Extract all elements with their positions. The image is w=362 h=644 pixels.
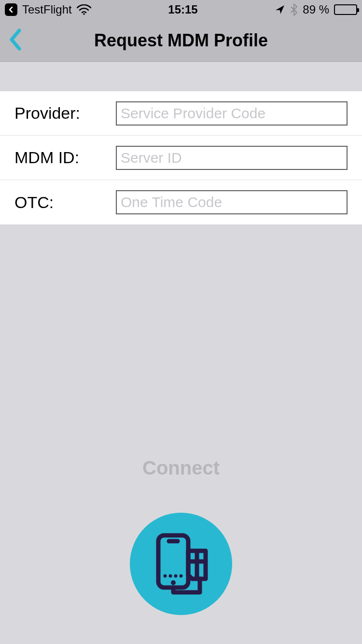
bluetooth-icon bbox=[290, 3, 298, 16]
otc-input[interactable] bbox=[116, 190, 348, 214]
svg-point-4 bbox=[164, 574, 167, 578]
svg-point-6 bbox=[174, 574, 178, 578]
form-group: Provider: MDM ID: OTC: bbox=[0, 91, 362, 225]
return-to-app-badge[interactable] bbox=[5, 3, 17, 16]
status-bar-right: 89 % bbox=[275, 3, 357, 16]
svg-point-5 bbox=[169, 574, 172, 578]
provider-input[interactable] bbox=[116, 101, 348, 126]
location-icon bbox=[275, 4, 285, 15]
connect-area: Connect bbox=[0, 457, 362, 644]
connect-button[interactable] bbox=[130, 513, 232, 615]
svg-point-3 bbox=[171, 580, 176, 585]
status-bar-time: 15:15 bbox=[168, 3, 197, 16]
row-provider: Provider: bbox=[0, 91, 362, 136]
status-bar: TestFlight 15:15 89 % bbox=[0, 0, 362, 19]
return-to-app-label[interactable]: TestFlight bbox=[22, 3, 72, 16]
section-spacer bbox=[0, 62, 362, 91]
battery-icon bbox=[334, 4, 357, 15]
row-otc: OTC: bbox=[0, 180, 362, 224]
connect-label: Connect bbox=[142, 457, 220, 479]
svg-point-7 bbox=[180, 574, 183, 578]
back-button[interactable] bbox=[9, 28, 22, 53]
chevron-left-icon bbox=[8, 6, 14, 13]
row-mdm-id: MDM ID: bbox=[0, 136, 362, 180]
wifi-icon bbox=[77, 4, 91, 15]
device-sim-icon bbox=[150, 532, 212, 595]
label-provider: Provider: bbox=[14, 104, 116, 123]
label-mdm-id: MDM ID: bbox=[14, 148, 116, 167]
battery-text: 89 % bbox=[303, 3, 329, 16]
status-bar-left: TestFlight bbox=[5, 3, 91, 16]
chevron-left-icon bbox=[9, 28, 22, 51]
mdm-id-input[interactable] bbox=[116, 146, 348, 170]
svg-point-0 bbox=[83, 13, 85, 15]
page-title: Request MDM Profile bbox=[94, 30, 268, 51]
label-otc: OTC: bbox=[14, 193, 116, 212]
navigation-bar: Request MDM Profile bbox=[0, 19, 362, 62]
